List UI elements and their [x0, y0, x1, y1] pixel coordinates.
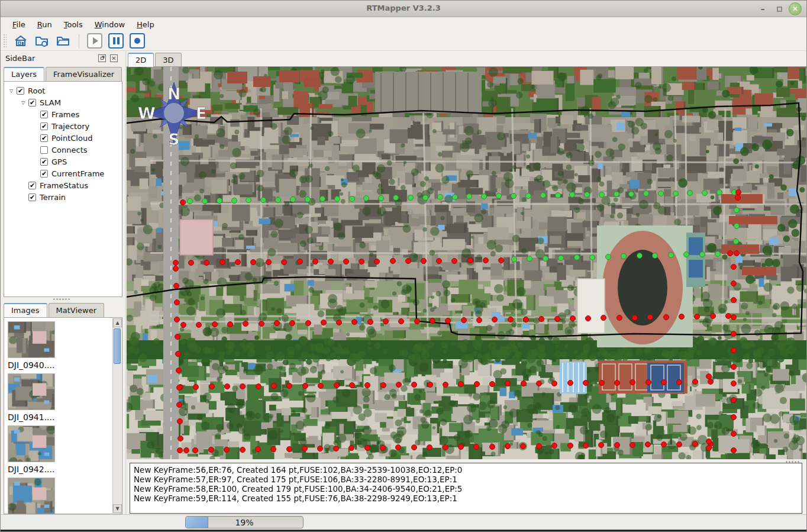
tree-item-label: PointCloud	[51, 134, 92, 143]
thumbnail-label: DJI_0940....	[8, 360, 122, 370]
checkbox-currentframe[interactable]: ✔	[40, 170, 48, 178]
tab-images[interactable]: Images	[4, 303, 47, 317]
tab-3d[interactable]: 3D	[155, 53, 181, 67]
tree-row-pointcloud[interactable]: ✔PointCloud	[4, 132, 122, 144]
tree-item-label: Connects	[51, 146, 88, 154]
list-scrollbar[interactable]: ▲ ▼	[112, 318, 121, 513]
menubar: FileRunToolsWindowHelp	[1, 18, 806, 31]
sidebar-float-button[interactable]	[98, 54, 106, 62]
tab-layers[interactable]: Layers	[4, 67, 44, 81]
thumbnail-image	[8, 373, 55, 410]
maximize-button[interactable]	[773, 3, 785, 15]
menu-item-tools[interactable]: Tools	[58, 19, 89, 30]
checkbox-connects[interactable]	[40, 146, 48, 154]
list-item[interactable]	[8, 478, 122, 514]
list-item[interactable]: DJI_0940....	[8, 321, 122, 370]
menu-item-file[interactable]: File	[7, 19, 31, 30]
tree-row-currentframe[interactable]: ✔CurrentFrame	[4, 167, 122, 179]
progress-bar: 19%	[185, 516, 304, 528]
sidebar-tabbar-top: Layers FrameVisualizer	[4, 65, 123, 81]
pause-icon	[113, 37, 120, 44]
thumbnail-image	[8, 425, 55, 462]
scroll-thumb[interactable]	[114, 328, 121, 364]
record-button[interactable]	[130, 33, 145, 49]
sidebar-panel: SideBar ✕ Layers FrameVisualizer ▽✔Root▽…	[1, 51, 125, 514]
sidebar-splitter-handle[interactable]	[53, 298, 70, 301]
checkbox-pointcloud[interactable]: ✔	[40, 134, 48, 142]
log-line: New KeyFrame:59,ER:114, Created 155 pt,F…	[134, 494, 798, 503]
menu-item-run[interactable]: Run	[31, 19, 58, 30]
tree-row-gps[interactable]: ✔GPS	[4, 156, 122, 167]
tree-item-label: Root	[28, 86, 45, 95]
progress-label: 19%	[186, 518, 303, 527]
tree-row-connects[interactable]: Connects	[4, 144, 122, 156]
tree-item-label: SLAM	[40, 98, 61, 107]
minimize-button[interactable]: –	[757, 3, 769, 15]
app-window: RTMapper V3.2.3 – ✕ FileRunToolsWindowHe…	[0, 0, 807, 532]
home-button[interactable]	[12, 33, 30, 49]
tree-item-label: FrameStatus	[40, 181, 88, 190]
satellite-imagery	[127, 67, 807, 459]
menu-item-help[interactable]: Help	[131, 19, 160, 30]
tree-row-slam[interactable]: ▽✔SLAM	[4, 96, 122, 108]
log-line: New KeyFrame:56,ER:76, Created 164 pt,FU…	[134, 465, 798, 475]
list-item[interactable]: DJI_0942....	[8, 425, 122, 474]
view-tabbar: 2D 3D	[128, 51, 183, 67]
log-line: New KeyFrame:58,ER:100, Created 179 pt,F…	[134, 484, 798, 494]
tree-item-label: Frames	[51, 110, 79, 119]
tree-item-label: Trajectory	[51, 122, 89, 131]
thumbnail-image	[8, 321, 55, 358]
close-button[interactable]: ✕	[789, 2, 802, 15]
thumbnail-label: DJI_0942....	[8, 465, 122, 474]
window-bottom-edge	[1, 530, 806, 531]
sidebar-header: SideBar ✕	[1, 52, 125, 65]
play-button[interactable]	[87, 33, 102, 49]
statusbar: 19%	[1, 514, 806, 530]
checkbox-root[interactable]: ✔	[17, 87, 24, 95]
open-folder-button[interactable]	[54, 33, 72, 49]
tab-2d[interactable]: 2D	[128, 53, 154, 67]
folder-add-icon	[35, 34, 49, 47]
toolbar-separator	[79, 34, 79, 48]
open-project-button[interactable]	[33, 33, 51, 49]
scroll-down-button[interactable]: ▼	[113, 504, 122, 513]
checkbox-frames[interactable]: ✔	[40, 111, 48, 118]
image-list-items: DJI_0940....DJI_0941....DJI_0942....	[4, 321, 122, 514]
log-line: New KeyFrame:57,ER:97, Created 175 pt,FU…	[134, 475, 798, 484]
thumbnail-label: DJI_0941....	[8, 412, 122, 422]
tree-row-framestatus[interactable]: ✔FrameStatus	[4, 179, 122, 191]
map-view[interactable]: N W E S	[127, 67, 807, 459]
tab-matviewer[interactable]: MatViewer	[49, 303, 104, 317]
menu-item-window[interactable]: Window	[89, 19, 131, 30]
checkbox-slam[interactable]: ✔	[28, 99, 36, 107]
tree-row-terrain[interactable]: ✔Terrain	[4, 191, 122, 203]
window-title: RTMapper V3.2.3	[1, 4, 806, 12]
image-list[interactable]: DJI_0940....DJI_0941....DJI_0942.... ▲ ▼	[4, 317, 122, 514]
float-icon	[101, 57, 104, 60]
checkbox-terrain[interactable]: ✔	[28, 194, 36, 201]
maximize-icon	[777, 7, 782, 12]
checkbox-framestatus[interactable]: ✔	[28, 182, 36, 189]
checkbox-gps[interactable]: ✔	[40, 158, 48, 166]
tree-row-frames[interactable]: ✔Frames	[4, 108, 122, 120]
folder-open-icon	[56, 34, 70, 47]
checkbox-trajectory[interactable]: ✔	[40, 122, 48, 130]
sidebar-tabbar-bottom: Images MatViewer	[4, 301, 105, 317]
main-area: 2D 3D N W E S New KeyFrame:	[127, 51, 806, 514]
pause-button[interactable]	[108, 33, 124, 49]
tree-row-trajectory[interactable]: ✔Trajectory	[4, 120, 122, 132]
expander-icon[interactable]: ▽	[8, 88, 15, 93]
scroll-up-button[interactable]: ▲	[113, 318, 122, 327]
tree-row-root[interactable]: ▽✔Root	[4, 85, 122, 96]
record-icon	[134, 38, 140, 44]
log-panel[interactable]: New KeyFrame:56,ER:76, Created 164 pt,FU…	[130, 463, 802, 514]
tab-framevisualizer[interactable]: FrameVisualizer	[46, 67, 122, 81]
toolbar-drag-handle[interactable]	[3, 34, 7, 48]
expander-icon[interactable]: ▽	[20, 100, 27, 105]
layers-tree[interactable]: ▽✔Root▽✔SLAM✔Frames✔Trajectory✔PointClou…	[4, 81, 122, 297]
play-icon	[93, 37, 98, 44]
thumbnail-image	[8, 478, 55, 514]
tree-item-label: CurrentFrame	[51, 169, 104, 178]
list-item[interactable]: DJI_0941....	[8, 373, 122, 422]
sidebar-close-button[interactable]: ✕	[110, 54, 118, 62]
